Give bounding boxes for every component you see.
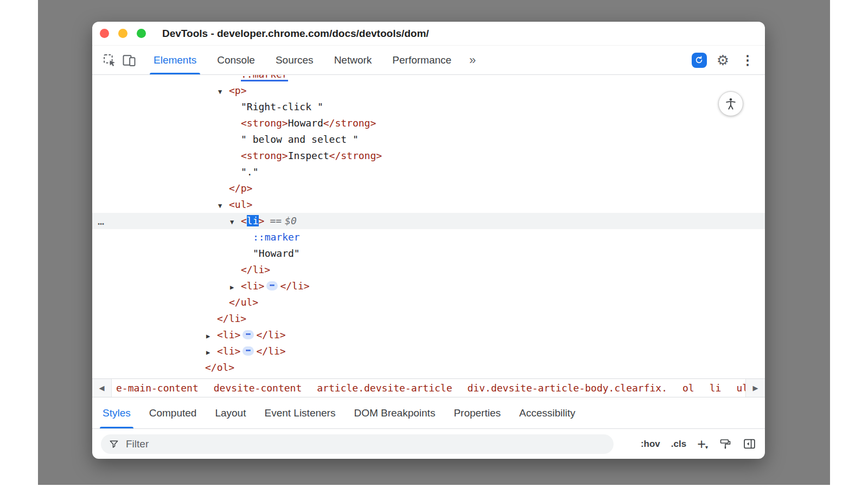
new-style-rule-button[interactable]: + ▾	[697, 438, 708, 450]
zoom-button[interactable]	[137, 29, 146, 38]
dom-tree-row[interactable]: <strong>Howard</strong>	[92, 115, 765, 131]
dom-tree-row-content: ::marker	[230, 75, 288, 83]
accessibility-overlay-icon[interactable]	[718, 91, 743, 116]
dom-tree-row-content: </p>	[218, 180, 252, 197]
dom-tree-row[interactable]: ▼<ul>	[92, 197, 765, 213]
tab-styles[interactable]: Styles	[93, 397, 140, 428]
breadcrumb-item[interactable]: ul	[736, 382, 745, 394]
token-tag: <li>	[217, 345, 240, 357]
dom-tree-row[interactable]: </ul>	[92, 294, 765, 311]
breadcrumb-bar: ◀ e-main-content devsite-content article…	[92, 378, 765, 397]
token-tag: </li>	[241, 264, 270, 275]
dom-tree-row[interactable]: ::marker	[92, 75, 765, 83]
token-tag: </li>	[256, 329, 285, 340]
dom-tree-row[interactable]: "."	[92, 164, 765, 180]
dom-tree-row[interactable]: ::marker	[92, 229, 765, 245]
dom-tree-row-content: ▶<li>⋯</li>	[206, 343, 286, 361]
expand-arrow-right-icon[interactable]: ▶	[206, 344, 217, 361]
dom-tree-row[interactable]: ▶<li>⋯</li>	[92, 327, 765, 343]
paint-roller-icon[interactable]	[719, 438, 732, 451]
settings-gear-icon[interactable]: ⚙	[717, 53, 729, 67]
token-tag: <li>	[241, 280, 264, 292]
tab-elements[interactable]: Elements	[143, 46, 207, 74]
token-tag: </li>	[280, 280, 309, 292]
sidebar-tab-strip: Styles Computed Layout Event Listeners D…	[92, 397, 765, 428]
token-text: Howard	[288, 117, 323, 129]
dom-tree-row[interactable]: </ol>	[92, 359, 765, 376]
dom-tree-row[interactable]: ▶<li>⋯</li>	[92, 278, 765, 294]
token-tag: <li>	[217, 329, 240, 340]
token-tag: </strong>	[323, 117, 376, 129]
dom-tree-row-content: " below and select "	[230, 131, 359, 148]
collapsed-content-pill[interactable]: ⋯	[242, 330, 254, 339]
dom-tree-row-content: ▼<ul>	[218, 197, 252, 214]
dom-tree-row[interactable]: </li>	[92, 262, 765, 278]
dom-tree-row[interactable]: " below and select "	[92, 131, 765, 148]
sync-badge-icon[interactable]	[692, 53, 707, 68]
tab-layout[interactable]: Layout	[206, 397, 255, 428]
token-text: "."	[241, 166, 259, 178]
tab-network[interactable]: Network	[324, 46, 382, 74]
dom-tree-row[interactable]: ▶<li>⋯</li>	[92, 343, 765, 359]
devtools-window: DevTools - developer.chrome.com/docs/dev…	[92, 22, 765, 459]
expand-arrow-down-icon[interactable]: ▼	[218, 198, 229, 214]
dom-tree-row-content: <strong>Inspect</strong>	[230, 148, 382, 164]
dom-tree-row-selected[interactable]: …▼<li>==$0	[92, 213, 765, 229]
selected-tag-name: li	[247, 215, 259, 226]
toggle-class-button[interactable]: .cls	[671, 439, 686, 450]
token-tag: </li>	[217, 313, 246, 324]
dom-tree-row[interactable]: </p>	[92, 180, 765, 197]
filter-placeholder: Filter	[126, 438, 149, 450]
kebab-menu-icon[interactable]: ⋮	[739, 54, 756, 67]
collapsed-content-pill[interactable]: ⋯	[242, 346, 254, 356]
dom-tree-row[interactable]: ▼<p>	[92, 83, 765, 99]
breadcrumb-list: e-main-content devsite-content article.d…	[112, 379, 745, 397]
breadcrumb-item[interactable]: ol	[682, 382, 694, 394]
breadcrumb-item[interactable]: e-main-content	[116, 382, 199, 394]
filter-funnel-icon	[108, 439, 119, 450]
row-actions-dots-icon[interactable]: …	[98, 213, 105, 229]
breadcrumb-item[interactable]: li	[710, 382, 722, 394]
dom-tree-row-content: </ol>	[194, 359, 234, 376]
inspect-element-icon[interactable]	[100, 50, 119, 70]
toggle-sidebar-icon[interactable]	[743, 437, 756, 451]
tab-event-listeners[interactable]: Event Listeners	[255, 397, 344, 428]
more-tabs-icon[interactable]: »	[462, 46, 483, 74]
token-text: " below and select "	[241, 134, 359, 145]
minimize-button[interactable]	[118, 29, 127, 38]
tab-sources[interactable]: Sources	[265, 46, 324, 74]
dom-tree-row-content: "."	[230, 164, 259, 180]
tab-computed[interactable]: Computed	[140, 397, 206, 428]
dom-tree-row[interactable]: "Howard"	[92, 245, 765, 262]
token-tag: </ol>	[205, 362, 234, 373]
expand-arrow-right-icon[interactable]: ▶	[230, 279, 241, 295]
tab-properties[interactable]: Properties	[444, 397, 510, 428]
dom-tree-row[interactable]: </li>	[92, 311, 765, 327]
tab-accessibility[interactable]: Accessibility	[510, 397, 584, 428]
token-tag: <p>	[229, 85, 247, 96]
tab-dom-breakpoints[interactable]: DOM Breakpoints	[344, 397, 444, 428]
filter-input[interactable]: Filter	[101, 434, 614, 454]
dom-tree-row[interactable]: "Right-click "	[92, 99, 765, 115]
tab-performance[interactable]: Performance	[382, 46, 462, 74]
expand-arrow-right-icon[interactable]: ▶	[206, 328, 217, 344]
collapsed-content-pill[interactable]: ⋯	[266, 281, 278, 290]
dom-tree-row-content: </li>	[230, 262, 270, 278]
breadcrumb-item[interactable]: div.devsite-article-body.clearfix.	[468, 382, 667, 394]
window-title: DevTools - developer.chrome.com/docs/dev…	[162, 28, 429, 40]
breadcrumb-scroll-right-icon[interactable]: ▶	[745, 379, 765, 397]
toggle-hover-state-button[interactable]: :hov	[641, 439, 660, 450]
breadcrumb-item[interactable]: article.devsite-article	[317, 382, 452, 394]
tab-console[interactable]: Console	[207, 46, 265, 74]
plus-icon: +	[697, 438, 706, 450]
expand-arrow-down-icon[interactable]: ▼	[218, 84, 229, 100]
toolbar-right-controls: ⚙ ⋮	[692, 46, 756, 74]
dom-tree-row-content: <strong>Howard</strong>	[230, 115, 376, 131]
breadcrumb-item[interactable]: devsite-content	[214, 382, 302, 394]
device-toolbar-icon[interactable]	[119, 50, 139, 70]
dom-tree-row-content: "Howard"	[242, 245, 300, 262]
close-button[interactable]	[100, 29, 109, 38]
dom-tree-row[interactable]: <strong>Inspect</strong>	[92, 148, 765, 164]
expand-arrow-down-icon[interactable]: ▼	[230, 214, 241, 230]
breadcrumb-scroll-left-icon[interactable]: ◀	[92, 379, 112, 397]
